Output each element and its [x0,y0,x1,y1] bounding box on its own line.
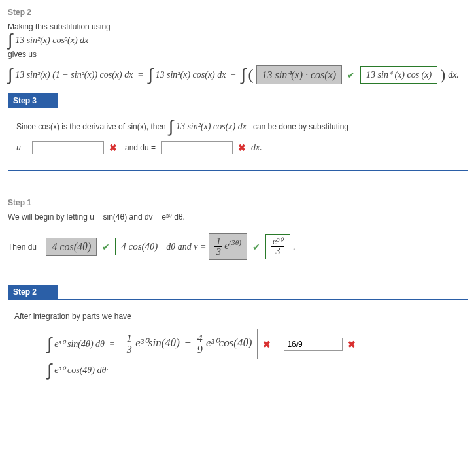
text: Then du = [8,242,43,252]
integral-sign: ∫ [241,70,245,80]
integrand: 13 sin²(x) (1 − sin²(x)) cos(x) dx [15,70,133,80]
long-equation: ∫ 13 sin²(x) (1 − sin²(x)) cos(x) dx = ∫… [8,65,468,84]
x-icon: ✖ [260,339,273,350]
x-icon: ✖ [107,142,120,153]
answer-box-gray[interactable]: 13 sin⁴(x) · cos(x) [256,65,343,84]
input-row: u = ✖ and du = ✖ dx. [16,141,460,154]
answer-text: 4 cos(4θ) [121,241,158,252]
fraction: 4 9 [196,333,204,355]
answer-text: 13 sin⁴ (x) cos (x) [366,70,432,80]
answer-text: e(3θ) [224,240,241,251]
integrand: 13 sin²(x) cos(x) dx [156,70,226,80]
text: dθ and v = [166,242,206,252]
answer-box[interactable]: 1 3 e³⁰sin(4θ) − 4 9 e³⁰cos(4θ) [120,329,258,359]
text: Making this substitution using [8,22,468,31]
integral-sign: ∫ [47,365,52,376]
integrand: e³⁰ cos(4θ) dθ· [54,365,109,376]
term: e³⁰sin(4θ) [135,337,180,349]
text: Since cos(x) is the derivative of sin(x)… [16,122,166,131]
fraction: 1 3 [126,333,133,355]
text: gives us [8,50,468,59]
paren-close: ) [440,66,445,84]
dx-label: dx. [448,70,459,80]
term: e³⁰cos(4θ) [206,337,252,349]
step-frame: After integration by parts we have ∫ e³⁰… [8,299,468,382]
numerator: 4 [196,333,204,344]
denominator: 3 [126,344,133,355]
integral-sign: ∫ [47,339,52,350]
equation-row: ∫ e³⁰ cos(4θ) dθ· [47,365,462,376]
minus: − [182,337,194,349]
du-row: Then du = 4 cos(4θ) ✔ 4 cos(4θ) dθ and v… [8,233,468,260]
paren-open: ( [248,66,254,84]
denominator: 3 [214,247,222,257]
step-banner: Step 3 [8,93,58,108]
u-input[interactable] [32,141,104,154]
integrand: 13 sin²(x) cos(x) dx [176,122,246,132]
check-icon: ✔ [345,70,358,80]
check-icon: ✔ [250,242,263,252]
answer-box-green: 13 sin⁴ (x) cos (x) [360,66,437,84]
check-icon: ✔ [99,242,112,252]
answer-text: 4 cos(4θ) [52,241,91,252]
u-label: u = [16,142,29,153]
text: After integration by parts we have [14,312,462,321]
answer-text: 13 sin⁴(x) · cos(x) [262,69,337,80]
integral-sign: ∫ [8,70,12,80]
x-icon: ✖ [345,339,358,350]
x-icon: ✖ [235,142,248,153]
integrand: 13 sin²(x) cos³(x) dx [15,35,88,46]
text: can be done by substituting [253,122,348,131]
answer-box-gray[interactable]: 1 3 e(3θ) [209,233,247,260]
equals: = [107,339,117,350]
minus: − [276,339,281,350]
denominator: 3 [271,247,284,256]
fraction: e³⁰ 3 [271,237,284,256]
period: . [293,242,296,252]
text-row: Since cos(x) is the derivative of sin(x)… [16,122,460,132]
integral-sign: ∫ [8,35,12,46]
denominator: 9 [196,344,204,355]
equation-row: ∫ e³⁰ sin(4θ) dθ = 1 3 e³⁰sin(4θ) − 4 9 … [47,329,462,359]
answer-box-gray[interactable]: 4 cos(4θ) [46,238,97,256]
coefficient-input[interactable] [284,338,343,351]
equals: = [135,70,145,80]
step-label: Step 2 [8,8,468,17]
step-frame: Since cos(x) is the derivative of sin(x)… [8,108,468,171]
step-label: Step 1 [8,198,468,207]
du-input[interactable] [161,141,233,154]
answer-box-green: 4 cos(4θ) [115,238,163,255]
numerator: 1 [214,237,222,247]
numerator: e³⁰ [271,237,284,247]
answer-box-green: e³⁰ 3 [265,234,290,259]
text: and du = [125,143,156,152]
dx-label: dx. [251,142,262,153]
integral-sign: ∫ [169,122,173,132]
integral-expression: ∫ 13 sin²(x) cos³(x) dx [8,35,468,46]
integral-sign: ∫ [148,70,152,80]
minus: − [229,70,239,80]
numerator: 1 [126,333,133,344]
integrand: e³⁰ sin(4θ) dθ [54,338,105,350]
text: We will begin by letting u = sin(4θ) and… [8,212,468,222]
step-banner: Step 2 [8,285,58,299]
fraction: 1 3 [214,237,222,257]
